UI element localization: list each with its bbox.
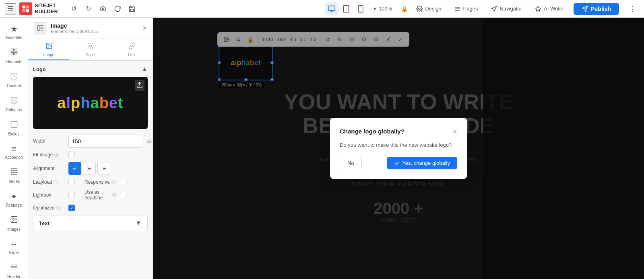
image-panel: Image Element #ed-368913157 × Image Styl… bbox=[28, 18, 153, 279]
responsive-checkbox[interactable] bbox=[120, 179, 126, 185]
sidebar-label-elements: Elements bbox=[6, 59, 23, 64]
sidebar-item-slider[interactable]: ↔ Slider bbox=[2, 236, 26, 258]
brand-logo: SITEJET BUILDER bbox=[19, 2, 58, 15]
ai-writer-button[interactable]: AI Writer bbox=[532, 4, 567, 14]
nav-actions: ↺ ↻ bbox=[68, 2, 138, 15]
sidebar-item-images[interactable]: Images bbox=[2, 212, 26, 235]
sidebar-label-columns: Columns bbox=[6, 108, 22, 112]
panel-header-left: Image Element #ed-368913157 bbox=[34, 22, 99, 35]
brand-name: SITEJET bbox=[35, 3, 58, 8]
text-section-header[interactable]: Text ▼ bbox=[33, 215, 147, 231]
logo-section-header: Logo ▲ bbox=[33, 66, 148, 73]
navigator-label: Navigator bbox=[500, 6, 522, 12]
responsive-label: Responsive ⓘ bbox=[85, 179, 117, 185]
hamburger-menu-button[interactable]: ☰ bbox=[5, 3, 16, 14]
fit-image-row: Fit image ⓘ bbox=[33, 152, 148, 158]
dialog-yes-label: Yes, change globally bbox=[402, 160, 450, 166]
zoom-control[interactable]: ▾ 100% bbox=[374, 6, 392, 12]
tab-link[interactable]: Link bbox=[111, 39, 153, 60]
logo-section-toggle[interactable]: ▲ bbox=[141, 66, 148, 73]
text-section: Text ▼ bbox=[33, 215, 148, 231]
columns-icon bbox=[10, 96, 18, 106]
dialog-title: Change logo globally? bbox=[340, 128, 405, 135]
sidebar-item-boxes[interactable]: Boxes bbox=[2, 117, 26, 140]
accordion-icon: ≡ bbox=[12, 144, 17, 154]
pages-button[interactable]: Pages bbox=[451, 4, 481, 14]
design-label: Design bbox=[425, 6, 441, 12]
text-section-title: Text bbox=[39, 220, 50, 226]
svg-rect-36 bbox=[11, 264, 17, 267]
lazyload-label: Lazyload ⓘ bbox=[33, 179, 65, 185]
publish-button[interactable]: Publish bbox=[574, 3, 619, 15]
fit-image-help-icon: ⓘ bbox=[54, 152, 59, 158]
dialog-close-button[interactable]: × bbox=[452, 127, 457, 135]
text-section-toggle[interactable]: ▼ bbox=[135, 220, 142, 227]
tab-style[interactable]: Style bbox=[70, 39, 111, 60]
lightbox-label: Lightbox bbox=[33, 192, 65, 198]
tab-image[interactable]: Image bbox=[28, 39, 70, 60]
design-button[interactable]: Design bbox=[413, 4, 444, 14]
top-navigation: ☰ SITEJET BUILDER ↺ ↻ bbox=[0, 0, 644, 18]
dialog-actions: No Yes, change globally bbox=[340, 157, 457, 169]
panel-title: Image bbox=[51, 23, 99, 29]
width-input[interactable] bbox=[68, 135, 143, 148]
canvas-area[interactable]: YOU WANT TO WRITE BEAUTIFUL CODE There a… bbox=[153, 18, 644, 279]
preview-button[interactable] bbox=[97, 2, 109, 15]
svg-rect-29 bbox=[11, 121, 17, 127]
navigator-button[interactable]: Navigator bbox=[487, 4, 525, 14]
tab-image-label: Image bbox=[43, 53, 55, 57]
tablet-view-button[interactable] bbox=[340, 2, 353, 15]
sidebar-item-elements[interactable]: Elements bbox=[2, 45, 26, 67]
sidebar-label-slider: Slider bbox=[9, 250, 19, 255]
dialog-no-button[interactable]: No bbox=[340, 157, 362, 169]
headline-help-icon: ⓘ bbox=[112, 192, 117, 198]
panel-tabs: Image Style Link bbox=[28, 39, 153, 61]
desktop-view-button[interactable] bbox=[325, 2, 338, 15]
panel-close-button[interactable]: × bbox=[142, 24, 147, 33]
align-right-button[interactable] bbox=[97, 162, 110, 175]
save-button[interactable] bbox=[126, 2, 138, 15]
sidebar-item-accordion[interactable]: ≡ Accordion bbox=[2, 141, 26, 163]
align-center-button[interactable] bbox=[83, 162, 96, 175]
logo-section-title: Logo bbox=[33, 66, 46, 72]
align-left-button[interactable] bbox=[68, 162, 81, 175]
more-options-button[interactable]: ⋮ bbox=[625, 3, 639, 15]
sidebar-item-header[interactable]: Header bbox=[2, 260, 26, 279]
undo-button[interactable]: ↺ bbox=[68, 2, 80, 15]
sidebar-item-features[interactable]: ✦ Features bbox=[2, 189, 26, 211]
mobile-view-button[interactable] bbox=[354, 2, 367, 15]
dialog-overlay: Change logo globally? × Do you want to m… bbox=[153, 18, 644, 279]
svg-rect-18 bbox=[11, 49, 13, 51]
sidebar-label-boxes: Boxes bbox=[8, 132, 20, 136]
svg-point-12 bbox=[419, 8, 420, 10]
sidebar-label-accordion: Accordion bbox=[5, 155, 23, 160]
lazyload-checkbox[interactable] bbox=[68, 179, 75, 185]
sidebar-label-features: Features bbox=[6, 203, 22, 207]
sitejet-logo-icon bbox=[19, 2, 32, 15]
optimized-help-icon: ⓘ bbox=[56, 205, 61, 211]
fit-image-checkbox[interactable] bbox=[68, 152, 75, 158]
content-icon bbox=[10, 72, 18, 82]
sidebar-item-tables[interactable]: Tables bbox=[2, 164, 26, 187]
refresh-button[interactable] bbox=[111, 2, 124, 15]
upload-logo-button[interactable] bbox=[135, 80, 144, 91]
use-as-headline-checkbox[interactable] bbox=[120, 192, 126, 198]
logo-preview-area: alphabet bbox=[33, 77, 148, 129]
dialog-yes-button[interactable]: Yes, change globally bbox=[387, 157, 457, 169]
svg-rect-21 bbox=[14, 53, 17, 55]
tab-link-label: Link bbox=[128, 53, 135, 57]
sidebar-item-columns[interactable]: Columns bbox=[2, 93, 26, 115]
lightbox-checkbox[interactable] bbox=[68, 192, 75, 198]
redo-button[interactable]: ↻ bbox=[82, 2, 95, 15]
brand-sub: BUILDER bbox=[35, 9, 58, 14]
chevron-down-icon: ▾ bbox=[374, 6, 376, 12]
sidebar-item-favorites[interactable]: ★ Favorites bbox=[2, 21, 26, 43]
tab-style-label: Style bbox=[86, 53, 95, 57]
dialog-header: Change logo globally? × bbox=[340, 127, 457, 135]
optimized-checkbox[interactable] bbox=[68, 205, 75, 211]
sidebar-item-content[interactable]: Content bbox=[2, 69, 26, 91]
lock-button[interactable]: 🔒 bbox=[398, 3, 410, 14]
svg-rect-30 bbox=[11, 169, 17, 175]
tables-icon bbox=[10, 168, 18, 178]
svg-rect-3 bbox=[26, 9, 29, 12]
